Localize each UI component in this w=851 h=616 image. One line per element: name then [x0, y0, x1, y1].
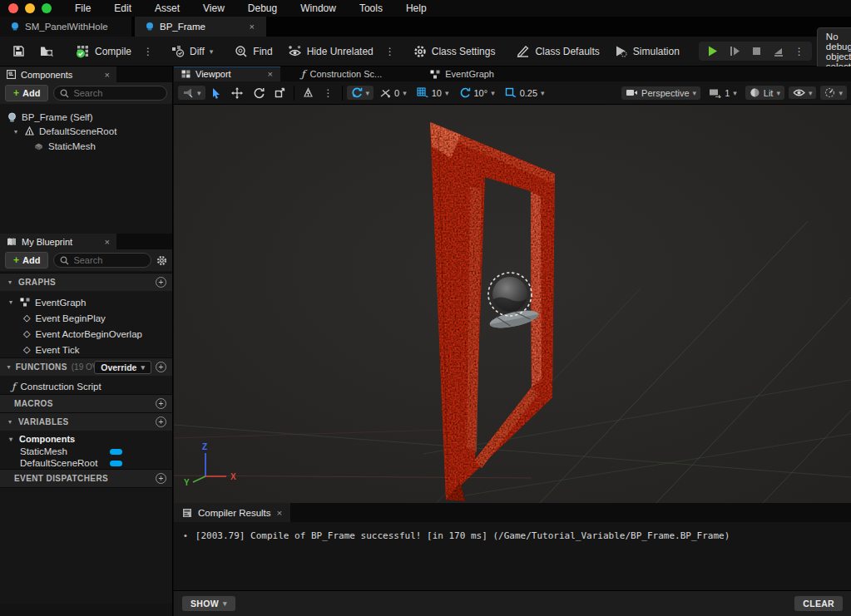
event-label: Event BeginPlay: [35, 313, 105, 323]
eventgraph-row[interactable]: ▾ EventGraph: [0, 294, 172, 310]
tab-construction-script[interactable]: ƒ Construction Sc...: [294, 67, 389, 81]
add-variable-icon[interactable]: +: [156, 416, 166, 427]
tab-my-blueprint[interactable]: My Blueprint ×: [0, 234, 116, 249]
close-window-button[interactable]: [8, 3, 18, 13]
viewport-options-button[interactable]: ▾: [178, 86, 205, 100]
menu-tools[interactable]: Tools: [348, 0, 394, 17]
add-blueprint-item-button[interactable]: + Add: [5, 252, 48, 269]
show-flags-dropdown[interactable]: ▾: [789, 86, 817, 99]
lit-label: Lit: [764, 88, 774, 98]
class-defaults-icon: [517, 45, 530, 57]
lit-mode-dropdown[interactable]: Lit ▾: [745, 86, 784, 100]
rotation-snap-button[interactable]: 10° ▾: [455, 86, 499, 100]
functions-section-header[interactable]: ▾ FUNCTIONS (19 OVERRIDABLE Override ▾ +: [0, 357, 172, 376]
components-search-input[interactable]: [73, 88, 161, 98]
close-tab-icon[interactable]: ×: [268, 69, 273, 79]
select-tool-button[interactable]: [207, 86, 225, 101]
possess-button[interactable]: [768, 44, 789, 59]
play-options-kebab-icon[interactable]: ⋮: [790, 46, 809, 57]
menu-edit[interactable]: Edit: [102, 0, 143, 17]
event-tick-row[interactable]: ◇ Event Tick: [0, 342, 172, 357]
browse-asset-button[interactable]: [32, 40, 62, 63]
variable-staticmesh-row[interactable]: StaticMesh: [0, 446, 172, 457]
scale-tool-button[interactable]: [270, 86, 289, 100]
add-dispatcher-icon[interactable]: +: [156, 473, 166, 484]
hide-unrelated-button[interactable]: Hide Unrelated: [280, 40, 381, 63]
construction-script-row[interactable]: ƒ Construction Script: [0, 378, 172, 394]
expander-icon[interactable]: ▾: [12, 128, 20, 136]
add-graph-icon[interactable]: +: [156, 277, 166, 288]
menu-help[interactable]: Help: [394, 0, 438, 17]
tree-row-staticmesh[interactable]: StaticMesh: [0, 139, 172, 154]
move-tool-button[interactable]: [227, 86, 247, 101]
expander-icon[interactable]: ▾: [7, 298, 15, 306]
clear-button[interactable]: CLEAR: [794, 596, 843, 611]
macros-section-header[interactable]: MACROS +: [0, 394, 172, 412]
play-button[interactable]: [702, 43, 723, 59]
hide-unrelated-kebab-icon[interactable]: ⋮: [381, 46, 399, 57]
expander-icon[interactable]: ▾: [6, 363, 12, 371]
compile-options-kebab-icon[interactable]: ⋮: [139, 46, 157, 57]
simulation-button[interactable]: Simulation: [607, 40, 687, 63]
tab-compiler-results[interactable]: Compiler Results ×: [174, 503, 290, 522]
add-component-button[interactable]: + Add: [5, 85, 48, 101]
expander-icon[interactable]: ▾: [6, 418, 14, 426]
close-tab-icon[interactable]: ×: [105, 70, 110, 80]
save-button[interactable]: [5, 40, 32, 63]
tab-viewport[interactable]: Viewport ×: [174, 67, 280, 81]
class-defaults-button[interactable]: Class Defaults: [509, 40, 606, 63]
tab-eventgraph[interactable]: EventGraph: [423, 67, 502, 81]
zoom-window-button[interactable]: [42, 3, 52, 13]
variable-defaultsceneroot-row[interactable]: DefaultSceneRoot: [0, 457, 172, 469]
compile-button[interactable]: Compile: [68, 40, 139, 63]
minimize-window-button[interactable]: [25, 3, 35, 13]
myblueprint-search-input[interactable]: [73, 255, 145, 265]
variables-section-header[interactable]: ▾ VARIABLES +: [0, 412, 172, 431]
grid-snap-button[interactable]: 10 ▾: [413, 86, 453, 100]
surface-snap-button[interactable]: 0 ▾: [375, 86, 411, 100]
log-line: [2003.79] Compile of BP_Frame successful…: [195, 530, 730, 541]
show-dropdown-button[interactable]: SHOW ▾: [182, 596, 235, 611]
expander-icon[interactable]: ▾: [6, 278, 14, 286]
perspective-dropdown[interactable]: Perspective ▾: [621, 86, 700, 100]
stop-button[interactable]: [747, 44, 766, 58]
expander-icon[interactable]: ▾: [7, 436, 15, 443]
screen-percentage-dropdown[interactable]: 1 ▾: [705, 86, 741, 100]
coordinate-system-button[interactable]: [299, 86, 318, 100]
scale-snap-button[interactable]: 0.25 ▾: [501, 86, 549, 100]
menu-view[interactable]: View: [191, 0, 236, 17]
gear-icon: [413, 45, 427, 58]
override-dropdown[interactable]: Override ▾: [94, 361, 151, 374]
menu-asset[interactable]: Asset: [143, 0, 191, 17]
close-tab-icon[interactable]: ×: [248, 22, 256, 32]
chevron-down-icon: ▾: [141, 363, 145, 372]
class-settings-button[interactable]: Class Settings: [406, 40, 503, 63]
menu-window[interactable]: Window: [289, 0, 348, 17]
add-macro-icon[interactable]: +: [156, 398, 166, 409]
rotate-tool-button[interactable]: [249, 86, 269, 101]
world-local-toggle-button[interactable]: ▾: [347, 86, 374, 100]
event-dispatchers-section-header[interactable]: EVENT DISPATCHERS +: [0, 469, 172, 487]
diff-button[interactable]: Diff ▾: [164, 40, 220, 63]
viewport-3d[interactable]: Z X Y: [174, 105, 851, 503]
menu-debug[interactable]: Debug: [236, 0, 289, 17]
event-beginplay-row[interactable]: ◇ Event BeginPlay: [0, 310, 172, 326]
close-tab-icon[interactable]: ×: [105, 237, 110, 247]
menu-file[interactable]: File: [63, 0, 102, 17]
settings-gear-icon[interactable]: [156, 255, 167, 266]
view-effects-dropdown[interactable]: ▾: [820, 86, 847, 100]
tab-bp-frame[interactable]: BP_Frame ×: [135, 17, 266, 37]
add-function-icon[interactable]: +: [156, 362, 166, 372]
frame-skip-button[interactable]: [725, 43, 745, 59]
close-tab-icon[interactable]: ×: [277, 508, 283, 518]
transform-kebab-icon[interactable]: ⋮: [319, 87, 338, 99]
tab-components[interactable]: Components ×: [0, 67, 116, 82]
components-add-search-row: + Add: [0, 82, 172, 104]
event-actorbeginoverlap-row[interactable]: ◇ Event ActorBeginOverlap: [0, 326, 172, 342]
tab-sm-panelwithhole[interactable]: SM_PanelWithHole: [0, 17, 131, 37]
variables-components-group[interactable]: ▾ Components: [0, 432, 172, 446]
tree-row-defaultsceneroot[interactable]: ▾ DefaultSceneRoot: [0, 124, 172, 139]
graphs-section-header[interactable]: ▾ GRAPHS +: [0, 273, 172, 291]
find-button[interactable]: Find: [227, 40, 280, 63]
tree-row-self[interactable]: BP_Frame (Self): [0, 104, 172, 124]
